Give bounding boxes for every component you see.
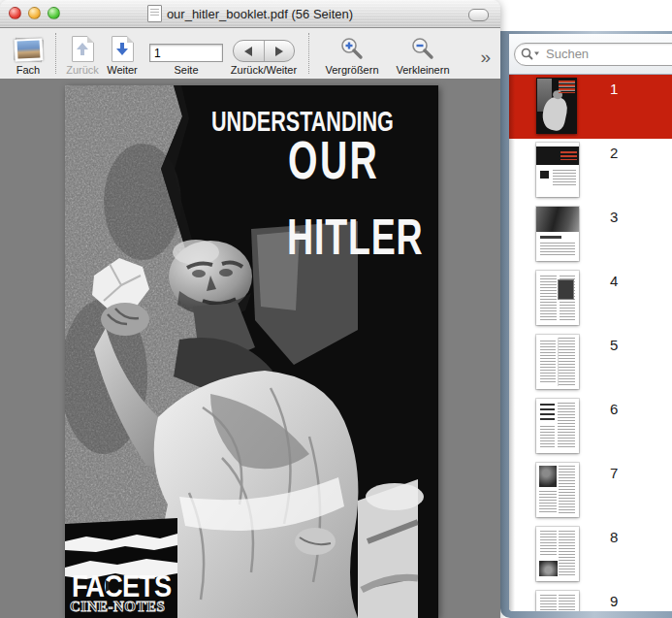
pdf-page-1[interactable]: FACETS CINE-NOTES UNDERSTANDING OUR HITL… — [65, 85, 438, 618]
thumbnail-list[interactable]: 1 2 3 4 5 — [509, 75, 672, 611]
search-icon — [521, 48, 541, 60]
thumbnail-row-4[interactable]: 4 — [509, 267, 672, 331]
page-thumbnail[interactable] — [536, 207, 579, 261]
magnifier-minus-icon — [410, 37, 435, 62]
page-thumbnail[interactable] — [536, 527, 579, 581]
page-number-group: Seite — [147, 31, 225, 76]
drawer-button-label: Fach — [16, 65, 40, 76]
search-field[interactable] — [514, 43, 672, 66]
next-page-button[interactable]: Weiter — [103, 31, 142, 76]
page-thumbnail[interactable] — [536, 78, 577, 134]
document-icon — [147, 5, 162, 22]
preview-window: our_hitler_booklet.pdf (56 Seiten) Fach … — [0, 0, 500, 618]
page-number-label: 3 — [610, 209, 618, 225]
page-number-label: 6 — [610, 401, 618, 417]
toolbar: Fach Zurück Weiter Seite Zurück/W — [0, 28, 500, 80]
series-logo-text: CINE-NOTES — [70, 599, 165, 614]
drawer-button[interactable]: Fach — [6, 31, 50, 76]
drawer-search-area — [509, 34, 672, 75]
page-number-label: 2 — [610, 145, 618, 161]
page-number-label: 4 — [610, 273, 618, 289]
page-number-label: Seite — [174, 65, 198, 76]
page-thumbnail[interactable] — [536, 591, 579, 611]
toolbar-overflow-chevron[interactable]: » — [480, 48, 491, 66]
previous-page-label: Zurück — [66, 65, 99, 76]
title-bar[interactable]: our_hitler_booklet.pdf (56 Seiten) — [0, 0, 500, 28]
thumbnail-row-2[interactable]: 2 — [509, 139, 672, 203]
zoom-out-label: Verkleinern — [396, 65, 449, 76]
desktop: our_hitler_booklet.pdf (56 Seiten) Fach … — [0, 0, 672, 618]
page-thumbnail[interactable] — [536, 271, 579, 325]
history-back-button[interactable] — [234, 41, 265, 61]
history-forward-button[interactable] — [265, 41, 295, 61]
thumbnail-row-5[interactable]: 5 — [509, 331, 672, 395]
thumbnail-row-8[interactable]: 8 — [509, 523, 672, 587]
chevron-down-icon — [534, 52, 539, 56]
thumbnail-row-1[interactable]: 1 — [509, 75, 672, 139]
magnifier-plus-icon — [339, 37, 365, 62]
cover-art: FACETS CINE-NOTES UNDERSTANDING OUR HITL… — [65, 85, 438, 618]
back-forward-segmented-control — [233, 40, 295, 62]
left-arrow-icon — [244, 47, 252, 56]
back-forward-label: Zurück/Weiter — [231, 65, 297, 76]
zoom-in-button[interactable]: Vergrößern — [317, 31, 387, 76]
window-title: our_hitler_booklet.pdf (56 Seiten) — [167, 7, 353, 21]
document-view[interactable]: FACETS CINE-NOTES UNDERSTANDING OUR HITL… — [0, 79, 500, 618]
page-thumbnail[interactable] — [536, 399, 579, 453]
thumbnail-row-3[interactable]: 3 — [509, 203, 672, 267]
sidebar-drawer: 1 2 3 4 5 — [500, 31, 672, 618]
history-back-forward-group: Zurück/Weiter — [227, 31, 301, 76]
page-thumbnail[interactable] — [536, 143, 579, 197]
cover-title-line2: OUR — [288, 131, 379, 190]
toolbar-separator — [55, 33, 56, 74]
page-number-label: 5 — [610, 337, 618, 353]
previous-page-button[interactable]: Zurück — [62, 31, 103, 76]
search-input[interactable] — [544, 46, 672, 62]
thumbnail-row-9[interactable]: 9 — [509, 587, 672, 611]
drawer-icon — [15, 39, 43, 61]
page-number-label: 8 — [610, 529, 618, 545]
zoom-in-label: Vergrößern — [325, 65, 378, 76]
toolbar-toggle-button[interactable] — [468, 9, 489, 21]
page-up-icon — [72, 36, 94, 62]
page-number-label: 7 — [610, 465, 618, 481]
right-arrow-icon — [275, 47, 283, 56]
page-down-icon — [112, 36, 134, 62]
cover-title-line3: HITLER — [287, 209, 424, 266]
page-number-label: 1 — [610, 81, 618, 97]
zoom-out-button[interactable]: Verkleinern — [389, 31, 457, 76]
page-thumbnail[interactable] — [536, 335, 579, 389]
toolbar-separator — [308, 33, 309, 74]
next-page-label: Weiter — [107, 65, 138, 76]
page-number-input[interactable] — [149, 44, 223, 62]
thumbnail-row-6[interactable]: 6 — [509, 395, 672, 459]
page-thumbnail[interactable] — [536, 463, 579, 517]
page-number-label: 9 — [610, 593, 618, 609]
thumbnail-row-7[interactable]: 7 — [509, 459, 672, 523]
title-area: our_hitler_booklet.pdf (56 Seiten) — [0, 0, 500, 27]
